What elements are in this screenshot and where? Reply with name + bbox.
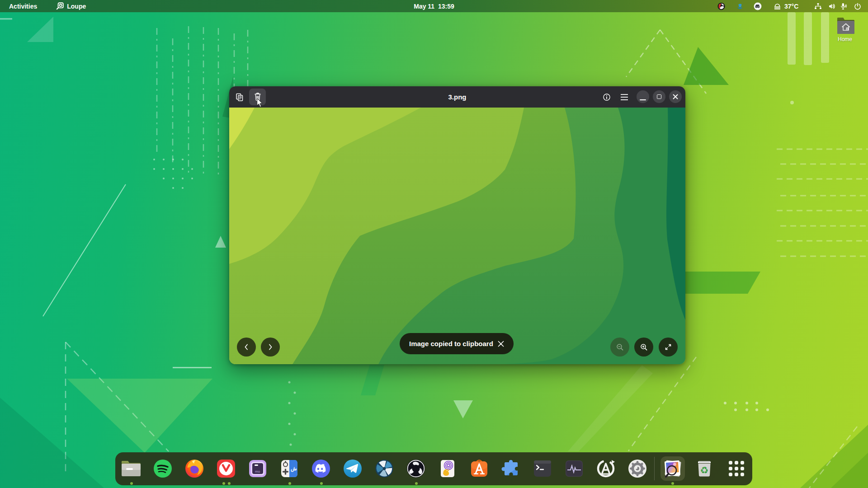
svg-text:♻: ♻ xyxy=(700,465,709,475)
svg-text:mo: mo xyxy=(255,469,260,474)
svg-text:ش: ش xyxy=(291,466,297,472)
